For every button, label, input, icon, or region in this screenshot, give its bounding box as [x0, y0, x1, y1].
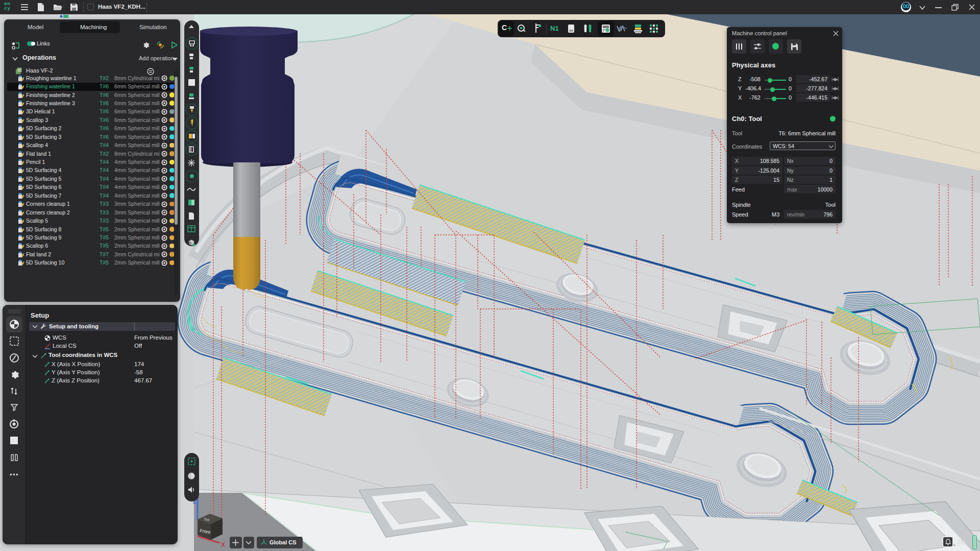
svg-text:X: X: [221, 541, 225, 548]
